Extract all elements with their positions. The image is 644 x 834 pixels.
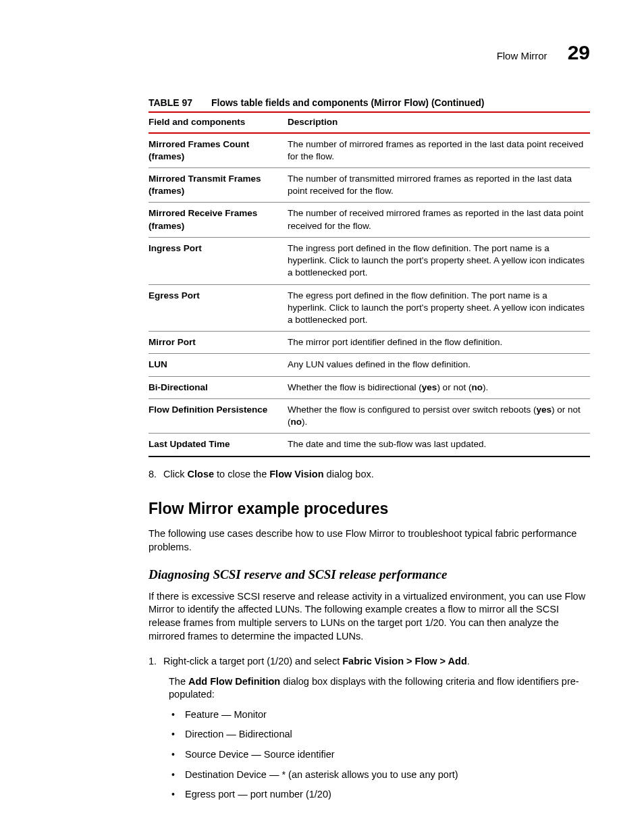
field-cell: Mirrored Frames Count (frames) — [149, 133, 288, 168]
desc-cell: The ingress port defined in the flow def… — [288, 237, 590, 284]
field-cell: Egress Port — [149, 284, 288, 332]
col-field: Field and components — [149, 112, 288, 132]
desc-cell: The egress port defined in the flow defi… — [288, 284, 590, 332]
table-row: Mirrored Transmit Frames (frames) The nu… — [149, 168, 590, 203]
table-row: Bi-Directional Whether the flow is bidir… — [149, 376, 590, 398]
step-1-body: The Add Flow Definition dialog box displ… — [169, 675, 590, 702]
page-header: Flow Mirror 29 — [74, 39, 590, 67]
step-number: 8. — [149, 468, 157, 481]
list-item: Destination Device — * (an asterisk allo… — [169, 768, 590, 782]
field-cell: Mirrored Transmit Frames (frames) — [149, 168, 288, 203]
table-row: Mirrored Receive Frames (frames) The num… — [149, 203, 590, 237]
field-cell: Last Updated Time — [149, 434, 288, 457]
table-row: Flow Definition Persistence Whether the … — [149, 398, 590, 433]
desc-cell: Whether the flow is bidirectional (yes) … — [288, 376, 590, 398]
table-title: Flows table fields and components (Mirro… — [211, 97, 484, 108]
desc-cell: The number of transmitted mirrored frame… — [288, 168, 590, 203]
desc-cell: The number of received mirrored frames a… — [288, 203, 590, 237]
heading-diagnosing-scsi: Diagnosing SCSI reserve and SCSI release… — [149, 566, 590, 583]
desc-cell: The mirror port identifier defined in th… — [288, 332, 590, 354]
list-item: Direction — Bidirectional — [169, 728, 590, 741]
table-row: Last Updated Time The date and time the … — [149, 434, 590, 457]
list-item: Source Device — Source identifier — [169, 748, 590, 762]
table-row: LUN Any LUN values defined in the flow d… — [149, 354, 590, 376]
table-row: Ingress Port The ingress port defined in… — [149, 237, 590, 284]
heading-flow-mirror-examples: Flow Mirror example procedures — [149, 498, 590, 519]
desc-cell: Any LUN values defined in the flow defin… — [288, 354, 590, 376]
intro-paragraph: The following use cases describe how to … — [149, 527, 590, 554]
desc-cell: Whether the flow is configured to persis… — [288, 398, 590, 433]
table-row: Egress Port The egress port defined in t… — [149, 284, 590, 332]
table-97: TABLE 97 Flows table fields and componen… — [149, 97, 590, 457]
list-item: Egress port — port number (1/20) — [169, 788, 590, 802]
table-row: Mirror Port The mirror port identifier d… — [149, 332, 590, 354]
field-cell: LUN — [149, 354, 288, 376]
table-label: TABLE 97 — [149, 97, 192, 108]
step-text: Right-click a target port (1/20) and sel… — [163, 655, 470, 669]
step-text: Click Close to close the Flow Vision dia… — [163, 468, 374, 481]
col-description: Description — [288, 112, 590, 132]
header-chapter-number: 29 — [568, 39, 590, 67]
field-cell: Mirrored Receive Frames (frames) — [149, 203, 288, 237]
list-item: Feature — Monitor — [169, 708, 590, 722]
desc-cell: The number of mirrored frames as reporte… — [288, 133, 590, 168]
field-cell: Bi-Directional — [149, 376, 288, 398]
field-cell: Ingress Port — [149, 237, 288, 284]
flows-table: Field and components Description Mirrore… — [149, 111, 590, 457]
criteria-list: Feature — Monitor Direction — Bidirectio… — [169, 708, 590, 802]
scsi-paragraph: If there is excessive SCSI reserve and r… — [149, 590, 590, 643]
step-number: 1. — [149, 655, 157, 669]
step-8: 8. Click Close to close the Flow Vision … — [149, 468, 590, 481]
table-row: Mirrored Frames Count (frames) The numbe… — [149, 133, 590, 168]
field-cell: Flow Definition Persistence — [149, 398, 288, 433]
field-cell: Mirror Port — [149, 332, 288, 354]
step-1: 1. Right-click a target port (1/20) and … — [149, 655, 590, 669]
desc-cell: The date and time the sub-flow was last … — [288, 434, 590, 457]
table-caption: TABLE 97 Flows table fields and componen… — [149, 97, 590, 109]
header-section-name: Flow Mirror — [497, 49, 547, 63]
